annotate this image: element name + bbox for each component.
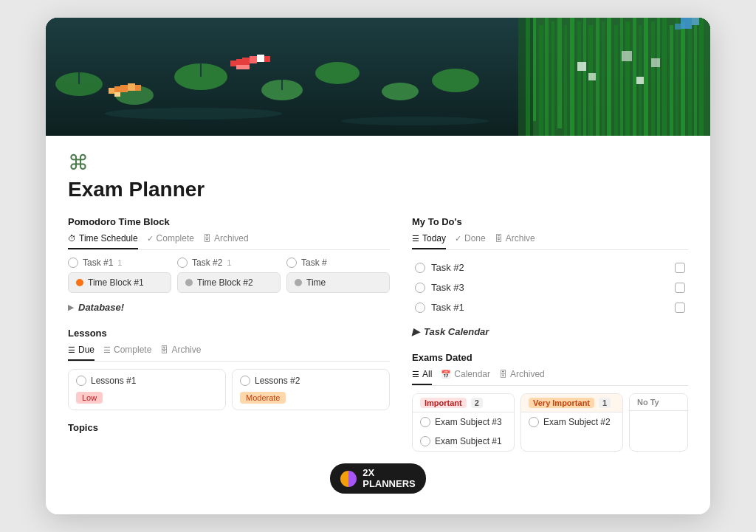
svg-rect-49 [644,18,648,136]
tab-all-exams[interactable]: ☰ All [412,369,432,385]
svg-rect-54 [676,18,678,136]
calendar-arrow-icon: ▶ [412,326,419,337]
logo-circle [340,471,357,487]
lessons-section: Lessons ☰ Due ☰ Complete 🗄 Archive [68,328,390,410]
timeblock-col-1: Task #1 1 Time Block #1 [68,258,171,293]
svg-rect-37 [570,18,574,136]
timeblock-badge-1: Time Block #1 [68,272,171,293]
app-window: ⌘ Exam Planner Pomodoro Time Block ⏱ Tim… [46,18,710,514]
svg-rect-58 [699,18,704,136]
calendar-icon: 📅 [441,370,451,379]
tab-archive-lessons[interactable]: 🗄 Archive [160,345,201,361]
tab-time-schedule[interactable]: ⏱ Time Schedule [68,233,138,249]
page-title: Exam Planner [68,178,688,201]
tab-today[interactable]: ☰ Today [412,233,446,249]
list-icon: ☰ [68,345,75,355]
archive-icon: 🗄 [203,234,211,243]
svg-rect-20 [236,65,242,69]
svg-rect-23 [114,86,120,92]
exam-item-1: Exam Subject #3 [413,412,514,432]
svg-rect-46 [625,21,630,136]
svg-rect-21 [242,65,250,69]
lesson-card-2: Lessons #2 Moderate [232,369,390,410]
svg-rect-14 [230,61,236,66]
pomodoro-tabs: ⏱ Time Schedule ✓ Complete 🗄 Archived [68,233,390,250]
command-icon: ⌘ [68,151,688,175]
exams-groups: Important 2 Exam Subject #3 Exam Subject… [412,393,688,452]
tab-complete[interactable]: ✓ Complete [147,233,194,249]
check-icon: ✓ [147,234,154,243]
todo-check-3[interactable] [675,303,685,313]
task-circle-2 [177,258,188,268]
archive3-icon: 🗄 [495,234,503,243]
timeblock-badge-2: Time Block #2 [177,272,281,293]
task-row-3: Task # [286,258,390,268]
svg-rect-15 [236,59,242,65]
today-icon: ☰ [412,234,419,243]
exams-tabs: ☰ All 📅 Calendar 🗄 Archived [412,369,688,386]
todo-circle-1 [415,263,425,273]
task-circle-3 [286,258,297,268]
svg-rect-63 [651,58,660,67]
svg-point-2 [105,108,282,120]
arrow-icon: ▶ [68,303,74,311]
svg-rect-30 [526,18,530,136]
svg-rect-65 [692,18,699,25]
exam-group-header-important: Important 2 [413,394,514,412]
database-link[interactable]: ▶ Database! [68,302,390,313]
svg-rect-22 [109,88,114,94]
exam-circle-1 [420,417,430,427]
svg-rect-27 [114,92,120,97]
time-icon: ⏱ [68,234,76,243]
todos-section: My To Do's ☰ Today ✓ Done 🗄 Archive [412,216,688,337]
bottom-logo-area: 2XPLANNERS [68,452,688,500]
tab-complete-lessons[interactable]: ☰ Complete [103,345,151,361]
svg-rect-53 [670,25,673,136]
timeblock-col-3: Task # Time [286,258,390,293]
svg-point-8 [315,62,360,84]
lessons-tabs: ☰ Due ☰ Complete 🗄 Archive [68,345,390,362]
exam-item-2: Exam Subject #1 [413,432,514,451]
svg-rect-60 [588,73,596,80]
svg-rect-57 [694,25,697,136]
svg-rect-33 [545,18,549,136]
logo-text: 2XPLANNERS [362,468,416,489]
exam-circle-3 [529,417,539,427]
todo-row-1: Task #2 [412,258,688,277]
svg-rect-51 [657,18,660,136]
tab-archived-exams[interactable]: 🗄 Archived [499,369,545,385]
timeblock-list: Task #1 1 Time Block #1 [68,258,390,293]
svg-rect-42 [602,21,605,136]
todos-tabs: ☰ Today ✓ Done 🗄 Archive [412,233,688,250]
todo-check-1[interactable] [675,263,685,273]
svg-rect-36 [564,25,567,136]
task-row-2: Task #2 1 [177,258,281,268]
svg-rect-45 [620,18,623,136]
task-row-1: Task #1 1 [68,258,171,268]
exam-circle-2 [420,436,430,446]
todo-circle-3 [415,303,425,313]
todo-check-2[interactable] [675,283,685,293]
main-columns: Pomodoro Time Block ⏱ Time Schedule ✓ Co… [68,216,688,452]
tab-calendar-exams[interactable]: 📅 Calendar [441,369,490,385]
task-circle-1 [68,258,78,268]
svg-rect-35 [557,18,562,128]
tab-archive-todos[interactable]: 🗄 Archive [495,233,535,249]
tab-done[interactable]: ✓ Done [455,233,486,249]
timeblock-col-2: Task #2 1 Time Block #2 [177,258,281,293]
task-calendar-link[interactable]: ▶ Task Calendar [412,326,688,337]
badge-very-important: Very Important [529,398,594,408]
timeblock-badge-3: Time [286,272,390,293]
archive2-icon: 🗄 [160,345,168,354]
tab-archived[interactable]: 🗄 Archived [203,233,249,249]
tab-due[interactable]: ☰ Due [68,345,94,361]
timeblock-dot-2 [185,279,193,286]
all-icon: ☰ [412,370,419,379]
svg-rect-26 [135,85,141,91]
svg-rect-59 [577,62,586,71]
lesson-circle-1 [76,376,86,386]
exam-group-header-very-important: Very Important 1 [521,394,622,412]
svg-rect-34 [551,21,554,136]
timeblock-dot-1 [76,279,83,286]
svg-rect-18 [257,55,264,62]
